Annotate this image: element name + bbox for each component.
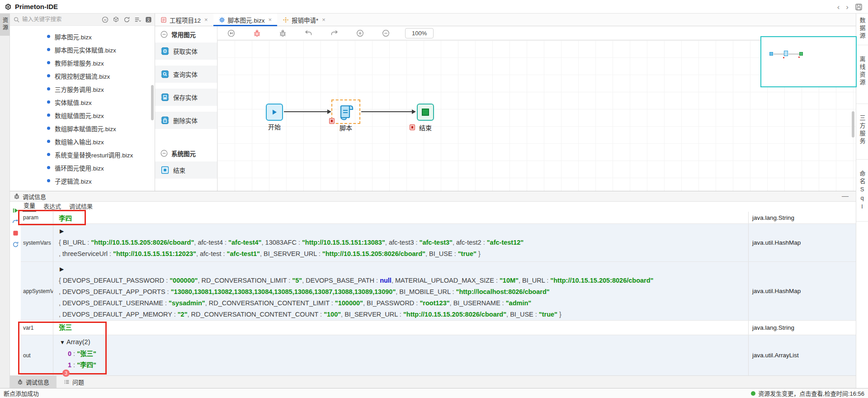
close-icon[interactable]: × bbox=[322, 16, 326, 23]
palette-item[interactable]: 保存实体 bbox=[155, 89, 217, 106]
refresh-icon[interactable] bbox=[123, 16, 130, 23]
punctuation: : bbox=[330, 299, 335, 307]
debug-tab-active[interactable]: 变量 bbox=[23, 200, 36, 212]
string-value: "afc-test12" bbox=[487, 239, 524, 246]
punctuation: , bbox=[506, 311, 510, 318]
variable-row-appSystemVars[interactable]: appSystemVars▶{ DEVOPS_DEFAULT_PASSWORD … bbox=[21, 261, 856, 320]
palette-item[interactable]: 结束 bbox=[155, 161, 217, 179]
end-node[interactable] bbox=[417, 104, 434, 121]
variable-row-param[interactable]: param李四java.lang.String bbox=[21, 212, 856, 223]
redo-icon[interactable] bbox=[330, 29, 338, 37]
stop-icon[interactable] bbox=[12, 230, 19, 237]
tree-item[interactable]: 数组输入输出.bizx bbox=[10, 135, 155, 148]
list-filter-icon[interactable] bbox=[134, 16, 141, 23]
minimap[interactable] bbox=[760, 36, 857, 87]
collapse-minus-icon[interactable] bbox=[160, 150, 168, 157]
close-icon[interactable]: × bbox=[268, 16, 272, 23]
sidebar-item-resources[interactable]: 资源 bbox=[0, 14, 10, 36]
editor-tab-2[interactable]: 脚本图元.bizx× bbox=[213, 14, 277, 26]
palette-item[interactable]: 查询实体 bbox=[155, 66, 217, 83]
punctuation: , bbox=[59, 288, 62, 295]
ai-icon[interactable]: AI bbox=[101, 16, 108, 23]
right-panel-tab-3[interactable]: 三方服务 bbox=[856, 104, 868, 160]
minimize-icon[interactable]: — bbox=[842, 192, 849, 199]
punctuation: : bbox=[85, 239, 91, 246]
tree-item[interactable]: 脚本图元实体赋值.bizx bbox=[10, 43, 155, 56]
tree-item[interactable]: 教师新增服务.bizx bbox=[10, 56, 155, 69]
palette-item[interactable]: 获取实体 bbox=[155, 43, 217, 60]
punctuation: : bbox=[500, 299, 506, 307]
tree-item[interactable]: 系统变量替换resturl调用.bizx bbox=[10, 148, 155, 161]
debug-bug-icon[interactable] bbox=[253, 29, 261, 37]
zoom-in-icon[interactable] bbox=[356, 29, 364, 37]
expander-icon[interactable]: ▶ bbox=[60, 228, 64, 234]
cube-icon[interactable] bbox=[112, 16, 119, 23]
debug-tab-[interactable]: 调试结果 bbox=[68, 201, 94, 212]
connector-arrow[interactable] bbox=[284, 111, 327, 112]
canvas-scrollbar[interactable] bbox=[852, 111, 854, 137]
run-icon[interactable] bbox=[227, 29, 235, 37]
tree-item[interactable]: 实体赋值.bizx bbox=[10, 95, 155, 109]
start-node[interactable] bbox=[266, 104, 283, 121]
refresh-debug-icon[interactable] bbox=[12, 241, 19, 248]
tree-item[interactable]: 子逻辑流.bizx bbox=[10, 174, 155, 187]
zoom-level[interactable]: 100% bbox=[405, 28, 434, 38]
tab-problems[interactable]: 问题 bbox=[57, 376, 91, 388]
file-bullet-icon bbox=[47, 114, 50, 117]
palette-item-label: 查询实体 bbox=[173, 70, 198, 79]
zoom-out-icon[interactable] bbox=[382, 29, 390, 37]
translate-icon[interactable]: 文 bbox=[145, 16, 152, 23]
connector-arrow[interactable] bbox=[361, 111, 412, 112]
save-icon[interactable] bbox=[855, 3, 863, 11]
right-panel-tab-2[interactable]: 离线资源 bbox=[856, 45, 868, 104]
expander-icon[interactable]: ▼ bbox=[60, 339, 65, 346]
expander-icon[interactable]: ▶ bbox=[60, 266, 64, 272]
search-row: AI 文 bbox=[10, 14, 155, 26]
search-input[interactable] bbox=[22, 16, 76, 23]
debug-tab-[interactable]: 表达式 bbox=[42, 201, 62, 212]
variable-type: java.util.ArrayList bbox=[748, 335, 856, 375]
file-tree: 脚本图元.bizx脚本图元实体赋值.bizx教师新增服务.bizx权限控制逻辑流… bbox=[10, 26, 155, 187]
right-panel-tab-4[interactable]: 命名Sql bbox=[856, 160, 868, 222]
end-node-inner-icon bbox=[422, 109, 429, 116]
tab-debug-info-label: 调试信息 bbox=[26, 378, 49, 386]
resume-icon[interactable] bbox=[12, 207, 19, 214]
tree-item[interactable]: 循环图元使用.bizx bbox=[10, 161, 155, 174]
file-bullet-icon bbox=[47, 127, 50, 130]
file-name: 数组赋值图元.bizx bbox=[55, 111, 104, 120]
variable-value: ▼ Array(2)0 : "张三"1 : "李四" bbox=[53, 335, 748, 375]
variable-name: appSystemVars bbox=[21, 262, 53, 320]
tree-item[interactable]: 数组赋值图元.bizx bbox=[10, 109, 155, 122]
collapse-minus-icon[interactable] bbox=[160, 31, 168, 38]
right-panel-strip: 数据源离线资源三方服务命名Sql bbox=[856, 14, 868, 388]
string-value: "afc-test3" bbox=[420, 239, 453, 246]
app-title: Primeton-IDE bbox=[15, 3, 58, 10]
string-value: "100" bbox=[324, 311, 341, 318]
script-node[interactable] bbox=[331, 100, 360, 124]
tree-item[interactable]: 权限控制逻辑流.bizx bbox=[10, 69, 155, 82]
undo-icon[interactable] bbox=[305, 29, 312, 37]
variable-row-systemVars[interactable]: systemVars▶{ BI_URL : "http://10.15.15.2… bbox=[21, 223, 856, 261]
tree-item[interactable]: 数组脚本赋值图元.bizx bbox=[10, 122, 155, 135]
close-icon[interactable]: × bbox=[204, 16, 208, 23]
stop-debug-bug-icon[interactable] bbox=[279, 29, 287, 37]
step-over-icon[interactable] bbox=[12, 218, 19, 225]
variable-row-out[interactable]: out▼ Array(2)0 : "张三"1 : "李四"java.util.A… bbox=[21, 335, 856, 375]
variable-row-var1[interactable]: var1张三java.lang.String bbox=[21, 320, 856, 335]
tree-item[interactable]: 脚本图元.bizx bbox=[10, 30, 155, 43]
nav-forward-icon[interactable]: › bbox=[846, 3, 849, 11]
resource-change-notice[interactable]: 资源发生变更，点击查看,检查时间:16:56 bbox=[751, 389, 864, 398]
search-icon bbox=[14, 17, 19, 23]
tree-scrollbar[interactable] bbox=[151, 85, 154, 120]
tab-debug-info[interactable]: 调试信息 bbox=[10, 376, 57, 388]
editor-tab-1[interactable]: 工程项目12× bbox=[155, 14, 213, 26]
file-name: 系统变量替换resturl调用.bizx bbox=[55, 150, 133, 159]
palette-group-header[interactable]: 系统图元 bbox=[155, 145, 217, 161]
nav-back-icon[interactable]: ‹ bbox=[837, 3, 840, 11]
editor-tab-3[interactable]: 报销申请*× bbox=[277, 14, 331, 26]
debug-toolbar-rail bbox=[10, 202, 21, 375]
tree-item[interactable]: 三方服务调用.bizx bbox=[10, 82, 155, 95]
right-panel-tab-1[interactable]: 数据源 bbox=[856, 14, 868, 45]
palette-group-header[interactable]: 常用图元 bbox=[155, 26, 217, 43]
palette-item[interactable]: 删除实体 bbox=[155, 112, 217, 129]
